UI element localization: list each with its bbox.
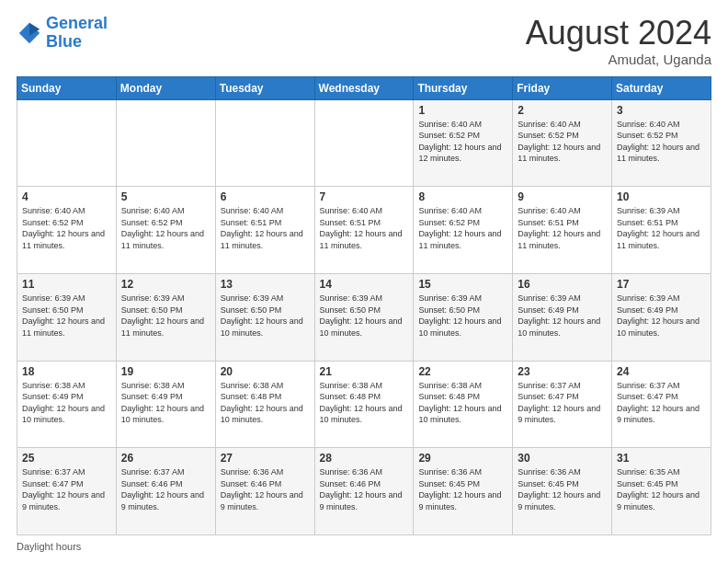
calendar-cell-4-5: 22Sunrise: 6:38 AMSunset: 6:48 PMDayligh…	[414, 361, 513, 448]
day-number: 11	[22, 278, 111, 291]
calendar-cell-2-3: 6Sunrise: 6:40 AMSunset: 6:51 PMDaylight…	[215, 187, 314, 274]
footer: Daylight hours	[17, 541, 711, 552]
day-number: 5	[121, 190, 210, 203]
week-row-3: 11Sunrise: 6:39 AMSunset: 6:50 PMDayligh…	[17, 273, 711, 361]
day-info: Sunrise: 6:36 AMSunset: 6:45 PMDaylight:…	[418, 466, 507, 512]
week-row-2: 4Sunrise: 6:40 AMSunset: 6:52 PMDaylight…	[17, 187, 711, 274]
day-number: 17	[617, 278, 706, 291]
calendar-cell-4-6: 23Sunrise: 6:37 AMSunset: 6:47 PMDayligh…	[513, 361, 612, 448]
day-info: Sunrise: 6:40 AMSunset: 6:52 PMDaylight:…	[418, 119, 507, 165]
day-info: Sunrise: 6:39 AMSunset: 6:50 PMDaylight:…	[121, 293, 210, 339]
month-title: August 2024	[526, 15, 711, 52]
day-number: 16	[518, 278, 607, 291]
day-info: Sunrise: 6:39 AMSunset: 6:49 PMDaylight:…	[518, 293, 607, 339]
day-info: Sunrise: 6:39 AMSunset: 6:50 PMDaylight:…	[418, 293, 507, 339]
calendar-table: SundayMondayTuesdayWednesdayThursdayFrid…	[17, 76, 711, 535]
day-info: Sunrise: 6:38 AMSunset: 6:49 PMDaylight:…	[22, 380, 111, 426]
day-info: Sunrise: 6:40 AMSunset: 6:51 PMDaylight:…	[320, 205, 409, 251]
calendar-cell-1-6: 2Sunrise: 6:40 AMSunset: 6:52 PMDaylight…	[513, 99, 612, 187]
day-info: Sunrise: 6:38 AMSunset: 6:48 PMDaylight:…	[320, 380, 409, 426]
day-number: 24	[617, 365, 706, 378]
logo-blue: Blue	[46, 32, 82, 51]
location: Amudat, Uganda	[526, 52, 711, 67]
calendar-cell-3-1: 11Sunrise: 6:39 AMSunset: 6:50 PMDayligh…	[17, 273, 117, 361]
calendar-cell-4-4: 21Sunrise: 6:38 AMSunset: 6:48 PMDayligh…	[314, 361, 414, 448]
calendar-cell-2-1: 4Sunrise: 6:40 AMSunset: 6:52 PMDaylight…	[17, 187, 117, 274]
calendar-cell-2-6: 9Sunrise: 6:40 AMSunset: 6:51 PMDaylight…	[513, 187, 612, 274]
calendar-cell-1-5: 1Sunrise: 6:40 AMSunset: 6:52 PMDaylight…	[414, 99, 513, 187]
day-number: 19	[121, 365, 210, 378]
day-number: 3	[617, 104, 706, 117]
weekday-header-wednesday: Wednesday	[314, 76, 414, 99]
calendar-cell-4-7: 24Sunrise: 6:37 AMSunset: 6:47 PMDayligh…	[612, 361, 711, 448]
title-block: August 2024 Amudat, Uganda	[526, 15, 711, 67]
weekday-header-friday: Friday	[513, 76, 612, 99]
day-number: 27	[221, 452, 310, 465]
day-number: 21	[320, 365, 409, 378]
day-info: Sunrise: 6:39 AMSunset: 6:50 PMDaylight:…	[221, 293, 310, 339]
calendar-cell-1-7: 3Sunrise: 6:40 AMSunset: 6:52 PMDaylight…	[612, 99, 711, 187]
calendar-cell-3-2: 12Sunrise: 6:39 AMSunset: 6:50 PMDayligh…	[116, 273, 215, 361]
calendar-cell-2-4: 7Sunrise: 6:40 AMSunset: 6:51 PMDaylight…	[314, 187, 414, 274]
calendar-cell-1-2	[116, 99, 215, 187]
day-number: 8	[418, 190, 507, 203]
day-info: Sunrise: 6:37 AMSunset: 6:47 PMDaylight:…	[518, 380, 607, 426]
day-number: 7	[320, 190, 409, 203]
calendar-cell-5-5: 29Sunrise: 6:36 AMSunset: 6:45 PMDayligh…	[414, 448, 513, 535]
logo-icon	[17, 20, 42, 46]
day-number: 25	[22, 452, 111, 465]
weekday-header-saturday: Saturday	[612, 76, 711, 99]
logo: General Blue	[17, 15, 108, 52]
day-number: 4	[22, 190, 111, 203]
day-number: 28	[320, 452, 409, 465]
day-info: Sunrise: 6:40 AMSunset: 6:52 PMDaylight:…	[617, 119, 706, 165]
calendar-cell-1-1	[17, 99, 117, 187]
day-info: Sunrise: 6:40 AMSunset: 6:52 PMDaylight:…	[22, 205, 111, 251]
calendar-cell-5-2: 26Sunrise: 6:37 AMSunset: 6:46 PMDayligh…	[116, 448, 215, 535]
day-info: Sunrise: 6:38 AMSunset: 6:48 PMDaylight:…	[418, 380, 507, 426]
day-info: Sunrise: 6:38 AMSunset: 6:49 PMDaylight:…	[121, 380, 210, 426]
day-number: 23	[518, 365, 607, 378]
day-info: Sunrise: 6:40 AMSunset: 6:52 PMDaylight:…	[121, 205, 210, 251]
calendar-cell-4-1: 18Sunrise: 6:38 AMSunset: 6:49 PMDayligh…	[17, 361, 117, 448]
week-row-5: 25Sunrise: 6:37 AMSunset: 6:47 PMDayligh…	[17, 448, 711, 535]
calendar-cell-3-4: 14Sunrise: 6:39 AMSunset: 6:50 PMDayligh…	[314, 273, 414, 361]
calendar-cell-5-1: 25Sunrise: 6:37 AMSunset: 6:47 PMDayligh…	[17, 448, 117, 535]
day-info: Sunrise: 6:36 AMSunset: 6:46 PMDaylight:…	[320, 466, 409, 512]
day-number: 18	[22, 365, 111, 378]
week-row-1: 1Sunrise: 6:40 AMSunset: 6:52 PMDaylight…	[17, 99, 711, 187]
day-number: 10	[617, 190, 706, 203]
logo-text: General Blue	[46, 15, 108, 52]
day-number: 15	[418, 278, 507, 291]
day-number: 14	[320, 278, 409, 291]
calendar-cell-3-5: 15Sunrise: 6:39 AMSunset: 6:50 PMDayligh…	[414, 273, 513, 361]
day-info: Sunrise: 6:39 AMSunset: 6:51 PMDaylight:…	[617, 205, 706, 251]
calendar-cell-2-7: 10Sunrise: 6:39 AMSunset: 6:51 PMDayligh…	[612, 187, 711, 274]
calendar-cell-1-4	[314, 99, 414, 187]
day-info: Sunrise: 6:40 AMSunset: 6:52 PMDaylight:…	[518, 119, 607, 165]
daylight-label: Daylight hours	[17, 541, 81, 552]
day-number: 22	[418, 365, 507, 378]
weekday-header-tuesday: Tuesday	[215, 76, 314, 99]
weekday-header-sunday: Sunday	[17, 76, 117, 99]
calendar-cell-4-3: 20Sunrise: 6:38 AMSunset: 6:48 PMDayligh…	[215, 361, 314, 448]
day-info: Sunrise: 6:37 AMSunset: 6:46 PMDaylight:…	[121, 466, 210, 512]
day-info: Sunrise: 6:36 AMSunset: 6:46 PMDaylight:…	[221, 466, 310, 512]
calendar-cell-3-7: 17Sunrise: 6:39 AMSunset: 6:49 PMDayligh…	[612, 273, 711, 361]
page: General Blue August 2024 Amudat, Uganda …	[0, 0, 728, 563]
day-number: 2	[518, 104, 607, 117]
day-number: 31	[617, 452, 706, 465]
calendar-cell-3-3: 13Sunrise: 6:39 AMSunset: 6:50 PMDayligh…	[215, 273, 314, 361]
day-info: Sunrise: 6:35 AMSunset: 6:45 PMDaylight:…	[617, 466, 706, 512]
weekday-header-row: SundayMondayTuesdayWednesdayThursdayFrid…	[17, 76, 711, 99]
weekday-header-monday: Monday	[116, 76, 215, 99]
calendar-cell-5-4: 28Sunrise: 6:36 AMSunset: 6:46 PMDayligh…	[314, 448, 414, 535]
calendar-cell-5-6: 30Sunrise: 6:36 AMSunset: 6:45 PMDayligh…	[513, 448, 612, 535]
calendar-cell-5-7: 31Sunrise: 6:35 AMSunset: 6:45 PMDayligh…	[612, 448, 711, 535]
day-number: 13	[221, 278, 310, 291]
calendar-cell-2-2: 5Sunrise: 6:40 AMSunset: 6:52 PMDaylight…	[116, 187, 215, 274]
weekday-header-thursday: Thursday	[414, 76, 513, 99]
week-row-4: 18Sunrise: 6:38 AMSunset: 6:49 PMDayligh…	[17, 361, 711, 448]
day-info: Sunrise: 6:37 AMSunset: 6:47 PMDaylight:…	[617, 380, 706, 426]
day-number: 9	[518, 190, 607, 203]
